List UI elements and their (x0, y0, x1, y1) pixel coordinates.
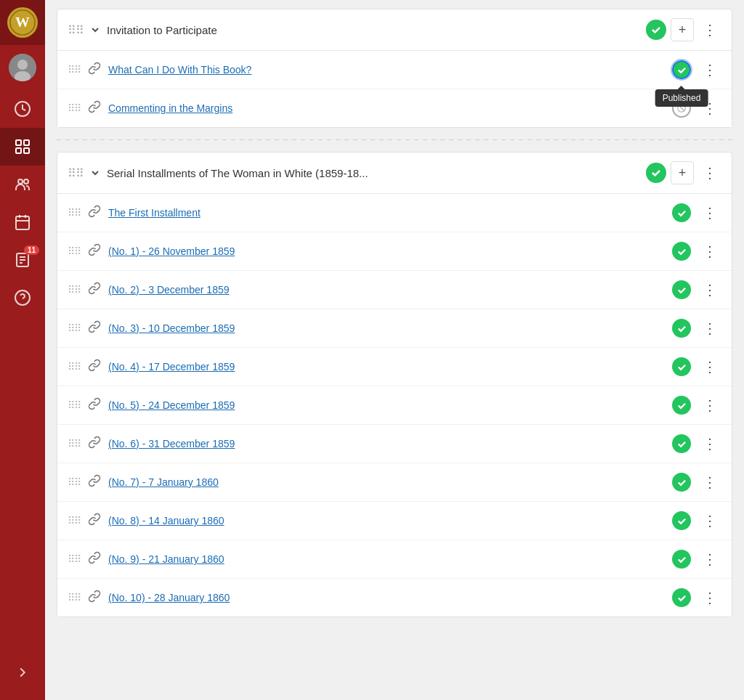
item-no1-drag-handle[interactable]: ⠿⠿ (68, 245, 81, 257)
item-no5: ⠿⠿ (No. 5) - 24 December 1859 ⋮ (57, 386, 732, 425)
item-no2-title[interactable]: (No. 2) - 3 December 1859 (108, 284, 665, 296)
section-serial-expand-button[interactable] (89, 167, 101, 179)
item-no9-drag-handle[interactable]: ⠿⠿ (68, 553, 81, 565)
item-no1-more-button[interactable]: ⋮ (698, 240, 721, 263)
item-no8-more-button[interactable]: ⋮ (698, 509, 721, 532)
section-invitation-published-icon (646, 20, 666, 40)
item-no8-status (672, 511, 691, 530)
item-what-can-published-icon[interactable] (672, 60, 691, 79)
sidebar-item-calendar[interactable] (0, 203, 45, 241)
item-first-drag-handle[interactable]: ⠿⠿ (68, 207, 81, 219)
item-no8-drag-handle[interactable]: ⠿⠿ (68, 515, 81, 526)
sidebar-item-modules[interactable] (0, 128, 45, 166)
item-no3-drag-handle[interactable]: ⠿⠿ (68, 322, 81, 334)
section-invitation-expand-button[interactable] (89, 24, 101, 36)
item-what-can-more-button[interactable]: ⋮ (698, 58, 721, 81)
item-no5-more-button[interactable]: ⋮ (698, 394, 721, 417)
section-serial-items: ⠿⠿ The First Installment ⋮ ⠿⠿ (No. 1) - … (57, 194, 732, 616)
item-what-can: ⠿⠿ What Can I Do With This Book? Publish… (57, 51, 732, 89)
section-serial-more-button[interactable]: ⋮ (698, 161, 721, 184)
item-what-can-title[interactable]: What Can I Do With This Book? (108, 64, 665, 76)
item-what-can-link-icon (88, 62, 101, 78)
item-no1-status (672, 242, 691, 261)
sidebar-item-dashboard[interactable] (0, 90, 45, 128)
item-no6-more-button[interactable]: ⋮ (698, 432, 721, 455)
item-no8-title[interactable]: (No. 8) - 14 January 1860 (108, 515, 665, 526)
item-first-published-icon[interactable] (672, 203, 691, 222)
item-no6-published-icon[interactable] (672, 434, 691, 453)
item-no4-published-icon[interactable] (672, 357, 691, 376)
item-no2-drag-handle[interactable]: ⠿⠿ (68, 284, 81, 296)
item-no10-published-icon[interactable] (672, 588, 691, 607)
item-no7-published-icon[interactable] (672, 473, 691, 492)
item-no4-drag-handle[interactable]: ⠿⠿ (68, 361, 81, 373)
item-no2: ⠿⠿ (No. 2) - 3 December 1859 ⋮ (57, 271, 732, 309)
item-no4-title[interactable]: (No. 4) - 17 December 1859 (108, 361, 665, 373)
item-no9-more-button[interactable]: ⋮ (698, 548, 721, 571)
item-commenting-link-icon (88, 100, 101, 117)
item-no5-link-icon (88, 397, 101, 414)
item-no2-link-icon (88, 282, 101, 298)
item-first: ⠿⠿ The First Installment ⋮ (57, 194, 732, 232)
item-no4: ⠿⠿ (No. 4) - 17 December 1859 ⋮ (57, 348, 732, 386)
item-no10-title[interactable]: (No. 10) - 28 January 1860 (108, 592, 665, 603)
item-no2-status (672, 280, 691, 299)
svg-point-10 (18, 179, 23, 184)
item-no7-title[interactable]: (No. 7) - 7 January 1860 (108, 476, 665, 488)
sidebar-item-people[interactable] (0, 166, 45, 203)
item-no7-status (672, 473, 691, 492)
svg-rect-6 (16, 140, 21, 145)
item-no2-more-button[interactable]: ⋮ (698, 278, 721, 301)
item-first-more-button[interactable]: ⋮ (698, 201, 721, 224)
item-no7-drag-handle[interactable]: ⠿⠿ (68, 476, 81, 488)
item-first-link-icon (88, 205, 101, 221)
sidebar-collapse-button[interactable] (0, 654, 45, 691)
item-what-can-status: Published (672, 60, 691, 79)
sidebar-item-help[interactable] (0, 279, 45, 317)
svg-rect-7 (24, 140, 29, 145)
item-no8-published-icon[interactable] (672, 511, 691, 530)
item-no1-title[interactable]: (No. 1) - 26 November 1859 (108, 245, 665, 257)
section-serial-header: ⠿⠿ Serial Installments of The Woman in W… (57, 152, 732, 194)
item-no5-drag-handle[interactable]: ⠿⠿ (68, 399, 81, 411)
item-no4-more-button[interactable]: ⋮ (698, 355, 721, 378)
user-avatar[interactable] (9, 54, 36, 81)
section-invitation-more-button[interactable]: ⋮ (698, 18, 721, 41)
svg-rect-8 (16, 148, 21, 153)
item-no6-drag-handle[interactable]: ⠿⠿ (68, 438, 81, 449)
item-no6-title[interactable]: (No. 6) - 31 December 1859 (108, 438, 665, 449)
item-no3-more-button[interactable]: ⋮ (698, 317, 721, 340)
item-no3-title[interactable]: (No. 3) - 10 December 1859 (108, 322, 665, 334)
item-no5-title[interactable]: (No. 5) - 24 December 1859 (108, 399, 665, 411)
section-invitation-add-button[interactable]: + (671, 18, 694, 41)
sidebar-item-grades[interactable]: 11 (0, 241, 45, 279)
item-no2-published-icon[interactable] (672, 280, 691, 299)
section-serial-drag-handle[interactable]: ⠿⠿ (68, 166, 84, 180)
item-no9-title[interactable]: (No. 9) - 21 January 1860 (108, 553, 665, 565)
section-invitation-drag-handle[interactable]: ⠿⠿ (68, 23, 84, 37)
item-no6-link-icon (88, 436, 101, 452)
section-serial: ⠿⠿ Serial Installments of The Woman in W… (57, 152, 732, 617)
item-no5-published-icon[interactable] (672, 396, 691, 415)
item-no9-published-icon[interactable] (672, 550, 691, 569)
section-serial-add-button[interactable]: + (671, 161, 694, 184)
item-no1-link-icon (88, 243, 101, 260)
sidebar-bottom (0, 654, 45, 691)
item-no7-more-button[interactable]: ⋮ (698, 471, 721, 494)
item-what-can-drag-handle[interactable]: ⠿⠿ (68, 64, 81, 76)
section-invitation-actions: + ⋮ (646, 18, 721, 41)
item-no10-drag-handle[interactable]: ⠿⠿ (68, 592, 81, 603)
item-no1-published-icon[interactable] (672, 242, 691, 261)
section-divider (57, 139, 732, 140)
item-no10-more-button[interactable]: ⋮ (698, 586, 721, 609)
item-commenting: ⠿⠿ Commenting in the Margins (57, 89, 732, 127)
item-no4-status (672, 357, 691, 376)
item-commenting-drag-handle[interactable]: ⠿⠿ (68, 102, 81, 114)
grades-badge: 11 (24, 245, 39, 255)
section-serial-published-icon (646, 163, 666, 183)
item-commenting-title[interactable]: Commenting in the Margins (108, 102, 665, 114)
item-no3: ⠿⠿ (No. 3) - 10 December 1859 ⋮ (57, 309, 732, 348)
svg-point-11 (24, 179, 28, 184)
item-first-title[interactable]: The First Installment (108, 207, 665, 219)
item-no3-published-icon[interactable] (672, 319, 691, 338)
